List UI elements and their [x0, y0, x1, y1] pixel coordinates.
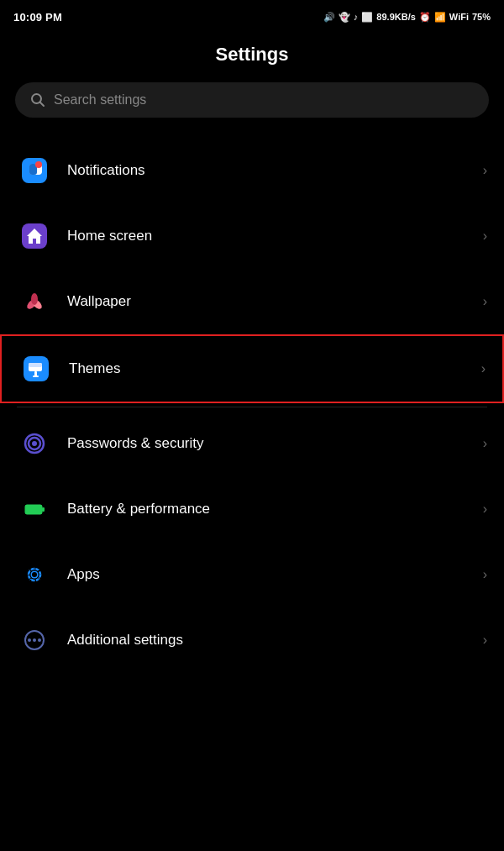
- passwords-label: Passwords & security: [67, 435, 483, 452]
- wallpaper-icon-wrap: [17, 284, 52, 319]
- passwords-chevron: ›: [483, 436, 487, 451]
- sound-icon: 🔊: [323, 12, 335, 23]
- themes-icon-wrap: [18, 351, 54, 386]
- settings-item-themes[interactable]: Themes ›: [0, 334, 504, 403]
- signal-icon: 📶: [434, 12, 446, 23]
- notifications-icon-wrap: [17, 153, 52, 188]
- snapchat-icon: 👻: [339, 12, 350, 23]
- themes-label: Themes: [69, 360, 481, 377]
- apps-label: Apps: [67, 566, 483, 583]
- instagram-icon: ⬜: [361, 12, 373, 23]
- status-time: 10:09 PM: [13, 11, 62, 24]
- settings-item-apps[interactable]: Apps ›: [0, 542, 504, 607]
- settings-item-additional[interactable]: Additional settings ›: [0, 607, 504, 673]
- svg-rect-15: [33, 376, 39, 377]
- battery-icon: 75%: [472, 12, 491, 22]
- settings-list: Notifications › Home screen › Wallpaper …: [0, 138, 504, 673]
- homescreen-label: Home screen: [67, 228, 483, 244]
- svg-rect-13: [29, 363, 42, 367]
- page-header: Settings: [0, 30, 504, 82]
- settings-item-notifications[interactable]: Notifications ›: [0, 138, 504, 203]
- additional-icon-wrap: [17, 622, 52, 658]
- passwords-icon-wrap: [17, 426, 52, 461]
- battery-label: Battery & performance: [67, 501, 483, 517]
- svg-point-25: [32, 572, 37, 577]
- status-bar: 10:09 PM 🔊 👻 ♪ ⬜ 89.9KB/s ⏰ 📶 WiFi 75%: [0, 0, 504, 30]
- battery-chevron: ›: [483, 502, 487, 517]
- alarm-icon: ⏰: [419, 12, 431, 23]
- homescreen-icon-wrap: [17, 218, 52, 254]
- apps-chevron: ›: [483, 567, 487, 582]
- wallpaper-chevron: ›: [483, 294, 487, 309]
- homescreen-chevron: ›: [483, 229, 487, 244]
- svg-point-18: [32, 441, 37, 446]
- divider-1: [17, 407, 487, 407]
- settings-item-wallpaper[interactable]: Wallpaper ›: [0, 269, 504, 334]
- additional-label: Additional settings: [67, 632, 483, 649]
- svg-rect-21: [42, 507, 45, 512]
- status-right-icons: 🔊 👻 ♪ ⬜ 89.9KB/s ⏰ 📶 WiFi 75%: [323, 12, 491, 23]
- additional-chevron: ›: [483, 633, 487, 648]
- search-bar[interactable]: Search settings: [15, 82, 489, 118]
- wifi-icon: WiFi: [449, 12, 469, 22]
- svg-point-27: [28, 638, 31, 642]
- tiktok-icon: ♪: [354, 12, 359, 22]
- search-input-placeholder[interactable]: Search settings: [54, 92, 146, 108]
- svg-rect-20: [25, 505, 42, 514]
- notifications-label: Notifications: [67, 162, 483, 179]
- svg-point-29: [38, 638, 41, 642]
- page-title: Settings: [216, 44, 289, 65]
- svg-point-28: [33, 638, 36, 642]
- notifications-chevron: ›: [483, 163, 487, 178]
- settings-item-passwords[interactable]: Passwords & security ›: [0, 411, 504, 476]
- settings-item-homescreen[interactable]: Home screen ›: [0, 203, 504, 269]
- svg-point-10: [31, 293, 38, 305]
- svg-point-5: [35, 161, 42, 168]
- search-icon: [30, 92, 45, 108]
- apps-icon-wrap: [17, 557, 52, 592]
- themes-chevron: ›: [481, 361, 486, 376]
- wallpaper-label: Wallpaper: [67, 293, 483, 310]
- network-speed: 89.9KB/s: [376, 12, 415, 22]
- svg-line-1: [40, 102, 45, 107]
- battery-icon-wrap: [17, 491, 52, 527]
- settings-item-battery[interactable]: Battery & performance ›: [0, 476, 504, 542]
- search-container: Search settings: [0, 82, 504, 138]
